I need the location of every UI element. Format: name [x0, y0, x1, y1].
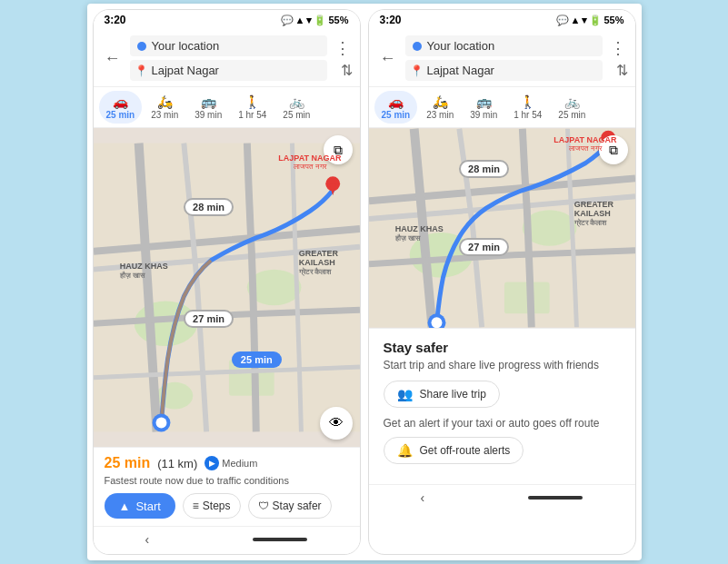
- nav-indicator-2: [528, 496, 583, 500]
- destination-row-2[interactable]: 📍 Lajpat Nagar: [405, 60, 603, 81]
- battery-icon: 🔋: [314, 15, 326, 26]
- nav-back-1[interactable]: ‹: [145, 532, 150, 547]
- bell-icon: 🔔: [397, 443, 413, 458]
- tab-bus-1[interactable]: 🚌 39 min: [187, 91, 229, 124]
- transport-tabs-2: 🚗 25 min 🛵 23 min 🚌 39 min 🚶 1 hr 54 🚲 2…: [369, 87, 635, 128]
- origin-input-1[interactable]: Your location: [152, 39, 320, 53]
- bottom-info-1: 25 min (11 km) ▶ Medium Fastest route no…: [94, 447, 360, 526]
- origin-dot-2: [413, 42, 422, 51]
- dest-input-1[interactable]: Lajpat Nagar: [152, 64, 320, 77]
- steps-icon: ≡: [193, 500, 199, 512]
- more-icon-2[interactable]: ⋮: [608, 38, 628, 58]
- wifi-icon: ▾: [306, 15, 312, 26]
- car-time-2: 25 min: [382, 110, 411, 120]
- svg-point-8: [155, 418, 166, 429]
- time-2: 3:20: [380, 14, 402, 26]
- tab-moto-2[interactable]: 🛵 23 min: [419, 91, 461, 124]
- transport-tabs-1: 🚗 25 min 🛵 23 min 🚌 39 min 🚶 1 hr 54 🚲 2…: [94, 87, 360, 128]
- share-live-trip-button[interactable]: 👥 Share live trip: [384, 381, 500, 408]
- map-svg-1: [94, 128, 360, 447]
- route-summary-1: 25 min (11 km) ▶ Medium: [105, 455, 349, 471]
- hauz-khas-label-2: HAUZ KHASहौज़ खास: [395, 224, 444, 243]
- nav-bar-2: ‹: [369, 484, 635, 512]
- distance-1: (11 km): [157, 457, 197, 470]
- wifi-icon-2: ▾: [582, 15, 587, 26]
- safer-button-1[interactable]: 🛡 Stay safer: [248, 493, 332, 519]
- traffic-badge-1: ▶ Medium: [204, 456, 257, 470]
- svg-point-16: [431, 317, 442, 328]
- greater-kailash-label-2: GREATERKAILASHग्रेटर कैलाश: [574, 200, 613, 228]
- lajpat-label-1: LAJPAT NAGAR लाजपत नगर: [278, 153, 341, 172]
- time-bubble-28-1: 28 min: [184, 198, 234, 216]
- traffic-icon-1: ▶: [204, 456, 219, 470]
- tab-car-1[interactable]: 🚗 25 min: [99, 91, 143, 124]
- walk-icon-2: 🚶: [520, 94, 535, 109]
- fastest-route-text-1: Fastest route now due to traffic conditi…: [105, 475, 349, 486]
- status-icons-1: 💬 ▲ ▾ 🔋 55%: [281, 15, 349, 26]
- shield-icon: 🛡: [258, 500, 269, 512]
- time-highlight-1: 25 min: [105, 455, 151, 471]
- tab-car-2[interactable]: 🚗 25 min: [374, 91, 418, 124]
- action-buttons-1: ▲ Start ≡ Steps 🛡 Stay safer: [105, 493, 349, 519]
- greater-kailash-label-1: GREATERKAILASHग्रेटर कैलाश: [299, 249, 338, 277]
- hauz-khas-label-1: HAUZ KHASहौज़ खास: [120, 262, 168, 281]
- signal-icon-2: ▲: [571, 15, 581, 25]
- stay-safer-title: Stay safer: [384, 340, 621, 355]
- origin-row-2[interactable]: Your location: [405, 35, 603, 56]
- bus-icon-1: 🚌: [201, 94, 216, 109]
- steps-button-1[interactable]: ≡ Steps: [183, 493, 241, 519]
- traffic-level-1: Medium: [222, 458, 257, 469]
- moto-time-1: 23 min: [151, 110, 178, 120]
- status-bar-2: 3:20 💬 ▲ ▾ 🔋 55%: [369, 10, 635, 30]
- tab-bike-1[interactable]: 🚲 25 min: [275, 91, 317, 124]
- stay-safer-desc: Start trip and share live progress with …: [384, 359, 621, 371]
- walk-time-1: 1 hr 54: [238, 110, 266, 120]
- search-fields-1: Your location 📍 Lajpat Nagar: [130, 35, 327, 81]
- map-area-2[interactable]: ⧉ 28 min 27 min LAJPAT NAGAR लाजपत नगर H…: [369, 128, 635, 328]
- origin-input-2[interactable]: Your location: [427, 39, 595, 53]
- back-button-1[interactable]: ←: [101, 47, 125, 70]
- time-bubble-27-1: 27 min: [184, 310, 234, 328]
- battery-icon-2: 🔋: [589, 15, 602, 26]
- bike-icon-2: 🚲: [564, 94, 580, 109]
- bike-icon-1: 🚲: [289, 94, 304, 109]
- tab-walk-2[interactable]: 🚶 1 hr 54: [506, 91, 549, 124]
- bus-icon-2: 🚌: [476, 94, 492, 109]
- eye-button-1[interactable]: 👁: [320, 407, 353, 440]
- lajpat-label-2: LAJPAT NAGAR लाजपत नगर: [553, 135, 616, 153]
- share-btn-label: Share live trip: [420, 388, 486, 401]
- time-bubble-28-2: 28 min: [459, 160, 509, 178]
- map-area-1[interactable]: ⧉ 28 min 27 min 25 min LAJPAT NAGAR लाजप…: [94, 128, 360, 447]
- moto-time-2: 23 min: [426, 110, 454, 120]
- back-button-2[interactable]: ←: [376, 47, 400, 70]
- dest-input-2[interactable]: Lajpat Nagar: [427, 64, 595, 77]
- swap-icon-1[interactable]: ⇅: [341, 62, 353, 79]
- destination-row-1[interactable]: 📍 Lajpat Nagar: [130, 60, 327, 81]
- start-button-1[interactable]: ▲ Start: [105, 493, 175, 519]
- origin-dot-1: [137, 42, 146, 51]
- tab-walk-1[interactable]: 🚶 1 hr 54: [231, 91, 274, 124]
- walk-time-2: 1 hr 54: [514, 110, 542, 120]
- alert-btn-label: Get off-route alerts: [420, 444, 511, 457]
- message-icon-2: 💬: [556, 15, 569, 26]
- message-icon: 💬: [281, 15, 294, 26]
- tab-bike-2[interactable]: 🚲 25 min: [551, 91, 593, 124]
- tab-moto-1[interactable]: 🛵 23 min: [144, 91, 185, 124]
- stay-safer-panel: Stay safer Start trip and share live pro…: [369, 328, 635, 484]
- search-area-1: ← Your location 📍 Lajpat Nagar ⋮ ⇅: [94, 30, 360, 87]
- origin-row-1[interactable]: Your location: [130, 35, 327, 56]
- phone-2: 3:20 💬 ▲ ▾ 🔋 55% ← Your location 📍 Lajpa…: [368, 9, 636, 555]
- tab-bus-2[interactable]: 🚌 39 min: [463, 91, 504, 124]
- time-1: 3:20: [105, 14, 126, 26]
- status-icons-2: 💬 ▲ ▾ 🔋 55%: [556, 15, 624, 26]
- start-icon: ▲: [119, 500, 131, 513]
- moto-icon-2: 🛵: [433, 94, 448, 109]
- walk-icon-1: 🚶: [244, 94, 260, 109]
- car-icon-1: 🚗: [113, 94, 128, 109]
- off-route-alerts-button[interactable]: 🔔 Get off-route alerts: [384, 437, 524, 464]
- nav-back-2[interactable]: ‹: [421, 490, 425, 505]
- swap-icon-2[interactable]: ⇅: [616, 62, 628, 79]
- more-icon-1[interactable]: ⋮: [333, 38, 353, 58]
- time-bubble-25-1: 25 min: [232, 351, 282, 368]
- search-fields-2: Your location 📍 Lajpat Nagar: [405, 35, 603, 81]
